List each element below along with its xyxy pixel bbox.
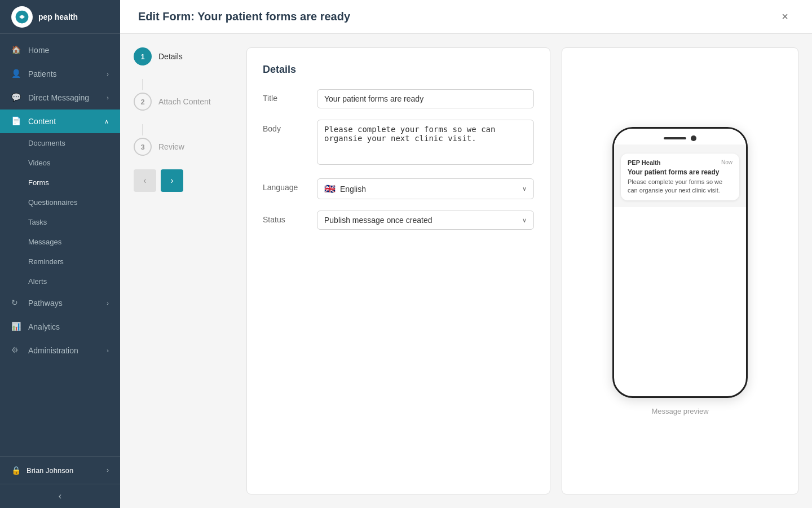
close-icon: × (782, 10, 788, 23)
prev-step-button[interactable]: ‹ (134, 169, 156, 192)
chevron-down-icon: › (107, 71, 109, 77)
logo: pep health (0, 0, 120, 34)
phone-screen: PEP Health Now Your patient forms are re… (614, 144, 746, 208)
sidebar-item-alerts[interactable]: Alerts (0, 271, 120, 291)
status-control: Publish message once created ∨ (317, 211, 534, 230)
logo-text: pep health (38, 12, 78, 21)
lock-icon: 🔒 (11, 466, 21, 475)
preview-panel: PEP Health Now Your patient forms are re… (562, 47, 798, 494)
body-label: Body (263, 120, 308, 133)
sidebar-item-label-pathways: Pathways (28, 299, 63, 308)
title-input[interactable] (317, 89, 534, 108)
language-select[interactable]: 🇬🇧 English ∨ (317, 178, 534, 199)
notif-time: Now (721, 159, 732, 165)
user-info: Brian Johnson (27, 466, 101, 475)
chevron-down-icon-msg: › (107, 94, 109, 101)
notif-header: PEP Health Now (628, 159, 732, 166)
sidebar-item-patients[interactable]: 👤 Patients › (0, 62, 120, 86)
sidebar-item-label-content: Content (28, 117, 56, 126)
step-3-circle: 3 (134, 138, 152, 156)
message-icon: 💬 (11, 93, 21, 103)
sidebar-item-home[interactable]: 🏠 Home (0, 38, 120, 62)
document-icon: 📄 (11, 116, 21, 126)
title-label: Title (263, 89, 308, 103)
chevron-down-icon-pathways: › (107, 300, 109, 306)
next-step-button[interactable]: › (161, 169, 183, 192)
step-1: 1 Details (134, 47, 235, 65)
main-content: Edit Form: Your patient forms are ready … (120, 0, 812, 508)
notif-body: Please complete your forms so we can org… (628, 178, 732, 195)
sidebar-item-content[interactable]: 📄 Content ∧ (0, 110, 120, 133)
sidebar-item-reminders[interactable]: Reminders (0, 252, 120, 271)
form-row-body: Body Please complete your forms so we ca… (263, 120, 534, 167)
sidebar-item-label-home: Home (28, 46, 49, 55)
sidebar-item-documents[interactable]: Documents (0, 133, 120, 153)
status-label: Status (263, 211, 308, 224)
chevron-down-icon-admin: › (107, 347, 109, 354)
sidebar-item-label-documents: Documents (28, 139, 65, 147)
flag-icon: 🇬🇧 (324, 183, 336, 194)
step-2: 2 Attach Content (134, 93, 235, 111)
logo-icon (11, 6, 33, 28)
sidebar-item-forms[interactable]: Forms (0, 173, 120, 192)
home-icon: 🏠 (11, 45, 21, 55)
sidebar-item-videos[interactable]: Videos (0, 153, 120, 173)
next-icon: › (170, 176, 173, 186)
sidebar-item-label-alerts: Alerts (28, 277, 47, 286)
language-label: Language (263, 178, 308, 192)
user-chevron-icon: › (107, 466, 109, 474)
step-connector-1 (142, 79, 143, 90)
sidebar-item-analytics[interactable]: 📊 Analytics (0, 315, 120, 339)
sidebar-item-administration[interactable]: ⚙ Administration › (0, 339, 120, 362)
notif-title: Your patient forms are ready (628, 168, 732, 176)
status-select[interactable]: Publish message once created ∨ (317, 211, 534, 230)
form-row-status: Status Publish message once created ∨ (263, 211, 534, 230)
analytics-icon: 📊 (11, 322, 21, 332)
step-2-label: Attach Content (158, 97, 211, 106)
sidebar-collapse-button[interactable]: ‹ (0, 484, 120, 508)
sidebar-item-label-administration: Administration (28, 346, 78, 355)
sidebar: pep health 🏠 Home 👤 Patients › 💬 Direct … (0, 0, 120, 508)
sidebar-nav: 🏠 Home 👤 Patients › 💬 Direct Messaging ›… (0, 34, 120, 456)
sidebar-item-direct-messaging[interactable]: 💬 Direct Messaging › (0, 86, 120, 110)
form-heading: Details (263, 64, 534, 76)
form-panel: Details Title Body Please complete your … (246, 47, 550, 494)
sidebar-item-label-questionnaires: Questionnaires (28, 198, 77, 207)
sidebar-item-label-forms: Forms (28, 178, 49, 187)
step-3: 3 Review (134, 138, 235, 156)
notif-app-name: PEP Health (628, 159, 661, 166)
main-header: Edit Form: Your patient forms are ready … (120, 0, 812, 34)
close-button[interactable]: × (776, 8, 794, 26)
notification-card: PEP Health Now Your patient forms are re… (621, 154, 739, 201)
sidebar-item-messages[interactable]: Messages (0, 232, 120, 252)
sidebar-item-questionnaires[interactable]: Questionnaires (0, 192, 120, 212)
sidebar-item-label-videos: Videos (28, 159, 51, 167)
language-control: 🇬🇧 English ∨ (317, 178, 534, 199)
sidebar-item-label-reminders: Reminders (28, 257, 64, 266)
step-2-circle: 2 (134, 93, 152, 111)
body-textarea[interactable]: Please complete your forms so we can org… (317, 120, 534, 165)
step-1-label: Details (158, 52, 183, 61)
sidebar-item-label-analytics: Analytics (28, 322, 60, 331)
page-title: Edit Form: Your patient forms are ready (138, 10, 350, 23)
language-chevron-icon: ∨ (522, 185, 527, 192)
form-row-language: Language 🇬🇧 English ∨ (263, 178, 534, 199)
steps-panel: 1 Details 2 Attach Content 3 Review (134, 47, 246, 494)
step-3-label: Review (158, 142, 184, 151)
user-footer[interactable]: 🔒 Brian Johnson › (0, 456, 120, 484)
sidebar-item-pathways[interactable]: ↻ Pathways › (0, 291, 120, 315)
collapse-icon: ‹ (59, 491, 61, 501)
phone-pill (664, 137, 686, 139)
phone-mockup: PEP Health Now Your patient forms are re… (612, 127, 748, 398)
step-connector-2 (142, 124, 143, 135)
sidebar-item-tasks[interactable]: Tasks (0, 212, 120, 232)
phone-camera (691, 135, 696, 141)
language-value: English (340, 185, 366, 194)
svg-point-1 (21, 15, 24, 18)
sidebar-item-label-tasks: Tasks (28, 218, 47, 226)
title-control (317, 89, 534, 108)
sidebar-item-label-messages: Messages (28, 238, 61, 246)
status-value: Publish message once created (324, 216, 432, 225)
user-name: Brian Johnson (27, 466, 101, 475)
prev-icon: ‹ (143, 176, 146, 186)
